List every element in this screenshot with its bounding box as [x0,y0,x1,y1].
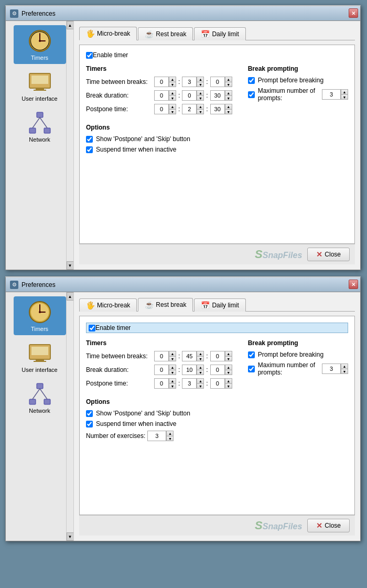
bd-s-up-2[interactable]: ▲ [225,365,232,370]
bd-m-input-1[interactable] [182,90,197,101]
bd-h-up-2[interactable]: ▲ [169,365,176,370]
pt-m-down-2[interactable]: ▼ [197,383,204,389]
max-prompts-input-2[interactable] [322,364,341,374]
bd-h-down-1[interactable]: ▼ [169,95,176,101]
sidebar-item-network-2[interactable]: Network [14,378,66,417]
tbb-h-down-2[interactable]: ▼ [169,356,176,361]
close-button-1[interactable]: ✕ Close [307,248,350,261]
pt-s-input-2[interactable] [210,378,225,389]
tab-dailylimit-1[interactable]: 📅 Daily limit [194,27,245,40]
tbb-s-up-1[interactable]: ▲ [225,77,232,82]
sidebar-item-network-1[interactable]: Network [14,107,66,146]
show-postpone-checkbox-2[interactable] [86,410,93,417]
tbb-m-input-1[interactable] [182,77,197,87]
tbb-s-up-2[interactable]: ▲ [225,351,232,356]
bd-s-input-1[interactable] [210,90,225,101]
bd-m-input-2[interactable] [182,365,197,375]
pt-h-up-2[interactable]: ▲ [169,378,176,383]
pt-h-input-1[interactable] [154,104,169,114]
scroll-up-2[interactable]: ▲ [67,292,74,301]
suspend-timer-checkbox-1[interactable] [86,146,93,153]
max-prompts-up-1[interactable]: ▲ [341,89,348,94]
bd-m-up-2[interactable]: ▲ [197,365,204,370]
sidebar-item-ui-2[interactable]: User interface [14,337,66,376]
enable-timer-label-1: Enable timer [93,51,128,59]
sidebar-item-ui-1[interactable]: User interface [14,66,66,105]
scroll-down-1[interactable]: ▼ [67,261,74,270]
ui-icon-1 [27,69,52,94]
enable-timer-checkbox-1[interactable] [86,52,93,59]
num-exercises-up-2[interactable]: ▲ [166,431,174,436]
bd-h-input-2[interactable] [154,365,169,375]
tbb-m-input-2[interactable] [182,351,197,361]
max-prompts-up-2[interactable]: ▲ [341,364,348,369]
pt-s-input-1[interactable] [210,104,225,114]
scroll-down-2[interactable]: ▼ [67,532,74,541]
titlebar-close-2[interactable]: ✕ [349,280,358,289]
prompt-before-checkbox-2[interactable] [248,351,255,358]
tbb-m-down-2[interactable]: ▼ [197,356,204,361]
pt-h-down-2[interactable]: ▼ [169,383,176,389]
tab-restbreak-2[interactable]: ☕ Rest break [138,298,193,312]
timers-icon-2 [27,300,52,325]
bd-m-up-1[interactable]: ▲ [197,90,204,95]
pt-s-down-2[interactable]: ▼ [225,383,232,389]
tab-microbreak-2[interactable]: 🖐 Micro-break [79,298,137,312]
pt-h-up-1[interactable]: ▲ [169,104,176,109]
num-exercises-down-2[interactable]: ▼ [166,436,174,441]
tab-restbreak-1[interactable]: ☕ Rest break [138,27,193,40]
bd-h-down-2[interactable]: ▼ [169,370,176,375]
bd-s-up-1[interactable]: ▲ [225,90,232,95]
bd-h-input-1[interactable] [154,90,169,101]
pt-m-up-2[interactable]: ▲ [197,378,204,383]
suspend-timer-checkbox-2[interactable] [86,421,93,427]
max-prompts-down-1[interactable]: ▼ [341,94,348,100]
svg-line-27 [33,389,40,399]
pt-m-input-1[interactable] [182,104,197,114]
scroll-up-1[interactable]: ▲ [67,21,74,29]
pt-m-down-1[interactable]: ▼ [197,109,204,114]
tbb-h-input-1[interactable] [154,77,169,87]
bd-m-down-1[interactable]: ▼ [197,95,204,101]
pt-s-up-2[interactable]: ▲ [225,378,232,383]
tbb-s-down-1[interactable]: ▼ [225,82,232,87]
prompt-before-checkbox-1[interactable] [248,77,255,84]
tbb-m-up-1[interactable]: ▲ [197,77,204,82]
tab-microbreak-1[interactable]: 🖐 Micro-break [79,27,137,40]
bd-m-down-2[interactable]: ▼ [197,370,204,375]
pt-h-down-1[interactable]: ▼ [169,109,176,114]
tbb-s-input-2[interactable] [210,351,225,361]
close-button-2[interactable]: ✕ Close [307,519,350,532]
options-label-2: Options [86,398,348,405]
max-prompts-down-2[interactable]: ▼ [341,369,348,374]
sidebar-item-timers-2[interactable]: Timers [14,296,66,335]
pt-s-down-1[interactable]: ▼ [225,109,232,114]
tbb-s-input-1[interactable] [210,77,225,87]
pt-h-input-2[interactable] [154,378,169,389]
tbb-h-input-2[interactable] [154,351,169,361]
tab-dailylimit-2[interactable]: 📅 Daily limit [194,298,245,312]
tbb-m-up-2[interactable]: ▲ [197,351,204,356]
svg-line-28 [40,389,47,399]
tbb-m-down-1[interactable]: ▼ [197,82,204,87]
sidebar-item-timers-1[interactable]: Timers [14,25,66,64]
show-postpone-checkbox-1[interactable] [86,136,93,143]
max-prompts-checkbox-1[interactable] [248,91,255,98]
max-prompts-checkbox-2[interactable] [248,366,255,372]
pt-m-input-2[interactable] [182,378,197,389]
tbb-h-up-1[interactable]: ▲ [169,77,176,82]
tbb-h-unit-1: ▲ ▼ [154,77,176,87]
pt-s-up-1[interactable]: ▲ [225,104,232,109]
bd-s-down-1[interactable]: ▼ [225,95,232,101]
tbb-h-down-1[interactable]: ▼ [169,82,176,87]
bd-s-input-2[interactable] [210,365,225,375]
bd-s-down-2[interactable]: ▼ [225,370,232,375]
titlebar-close-1[interactable]: ✕ [349,8,358,18]
pt-m-up-1[interactable]: ▲ [197,104,204,109]
max-prompts-input-1[interactable] [322,89,341,100]
tbb-s-down-2[interactable]: ▼ [225,356,232,361]
num-exercises-input-2[interactable] [147,431,166,441]
enable-timer-checkbox-2[interactable] [89,325,95,332]
tbb-h-up-2[interactable]: ▲ [169,351,176,356]
bd-h-up-1[interactable]: ▲ [169,90,176,95]
